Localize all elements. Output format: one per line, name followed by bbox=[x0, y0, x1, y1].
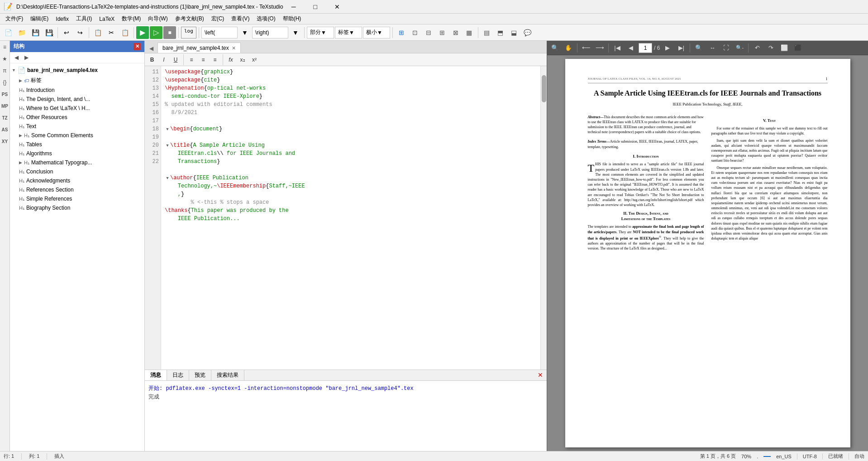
tree-root-item[interactable]: ▼ 📄 bare_jrnl_new_sample4.tex bbox=[10, 65, 144, 75]
label-dropdown[interactable]: 标签 ▼ bbox=[335, 27, 362, 38]
menu-help[interactable]: 帮助(H) bbox=[279, 14, 305, 24]
todo-icon[interactable]: π bbox=[0, 66, 10, 75]
pdf-next-page2[interactable]: ▶ bbox=[662, 42, 673, 54]
tree-item-design[interactable]: H₁ The Design, Intent, and \... bbox=[10, 95, 144, 104]
tab-close-button[interactable]: ✕ bbox=[232, 45, 236, 51]
pdf-fit-page[interactable]: ⛶ bbox=[720, 42, 732, 54]
tree-item-references[interactable]: H₁ References Section bbox=[10, 185, 144, 194]
menu-macro[interactable]: 宏(C) bbox=[208, 14, 228, 24]
right-cmd-input[interactable]: \right) bbox=[252, 27, 288, 38]
tree-item-biography[interactable]: H₁ Biography Section bbox=[10, 203, 144, 212]
tab-preview[interactable]: 预览 bbox=[189, 370, 211, 380]
table-icon2[interactable]: ⊡ bbox=[409, 26, 421, 39]
ps-icon[interactable]: PS bbox=[0, 90, 10, 99]
symbol-icon[interactable]: {} bbox=[0, 78, 10, 87]
table-icon1[interactable]: ⊞ bbox=[395, 26, 408, 39]
left-cmd-input[interactable]: \left( bbox=[201, 27, 238, 38]
section-dropdown[interactable]: 部分 ▼ bbox=[307, 27, 334, 38]
xy-icon[interactable]: XY bbox=[0, 137, 10, 146]
tz-icon[interactable]: TZ bbox=[0, 113, 10, 122]
pdf-fit-width[interactable]: ↔ bbox=[706, 42, 718, 54]
pdf-btn-extra1[interactable]: ⬜ bbox=[778, 42, 790, 54]
table-icon6[interactable]: ▦ bbox=[463, 26, 476, 39]
tab-search-results[interactable]: 搜索结果 bbox=[211, 370, 244, 380]
as-icon[interactable]: AS bbox=[0, 125, 10, 134]
tab-nav-left[interactable]: ◀ bbox=[147, 44, 156, 53]
compile-button[interactable]: ▷ bbox=[150, 26, 162, 39]
redo-button[interactable]: ↪ bbox=[74, 26, 86, 39]
comment-btn[interactable]: 💬 bbox=[521, 26, 534, 39]
bookmark-icon[interactable]: ★ bbox=[0, 54, 10, 63]
undo-button[interactable]: ↩ bbox=[60, 26, 73, 39]
tree-item-common[interactable]: ▶ H₁ Some Common Elements bbox=[10, 131, 144, 140]
tree-item-simple-refs[interactable]: H₁ Simple References bbox=[10, 194, 144, 203]
tree-item-algorithms[interactable]: H₁ Algorithms bbox=[10, 149, 144, 158]
pdf-content[interactable]: JOURNAL OF LATEX CLASS FILES, VOL. 14, N… bbox=[547, 55, 868, 451]
bold-button[interactable]: B bbox=[147, 55, 157, 65]
menu-bibliography[interactable]: 参考文献(B) bbox=[172, 14, 208, 24]
superscript-button[interactable]: x² bbox=[249, 55, 260, 65]
pdf-prev-page2[interactable]: ◀ bbox=[625, 42, 637, 54]
align-right-button[interactable]: ≡ bbox=[210, 55, 220, 65]
tree-item-text[interactable]: H₁ Text bbox=[10, 122, 144, 131]
tree-item-math[interactable]: ▶ H₁ Mathematical Typograp... bbox=[10, 158, 144, 167]
nav-back-button[interactable]: ◀ bbox=[12, 53, 21, 62]
format-btn1[interactable]: ▤ bbox=[481, 26, 493, 39]
maximize-button[interactable]: □ bbox=[305, 0, 326, 14]
italic-button[interactable]: I bbox=[158, 55, 169, 65]
tree-item-tables[interactable]: H₁ Tables bbox=[10, 140, 144, 149]
pdf-next-page[interactable]: ⟶ bbox=[594, 42, 606, 54]
close-button[interactable]: ✕ bbox=[327, 0, 348, 14]
formula-button[interactable]: fx bbox=[225, 55, 236, 65]
tab-messages[interactable]: 消息 bbox=[145, 370, 167, 380]
minimize-button[interactable]: ─ bbox=[283, 0, 304, 14]
paste-button[interactable]: 📋 bbox=[119, 26, 131, 39]
menu-options[interactable]: 选项(O) bbox=[253, 14, 279, 24]
menu-wizard[interactable]: 向导(W) bbox=[144, 14, 171, 24]
align-left-button[interactable]: ≡ bbox=[186, 55, 197, 65]
tree-item-other[interactable]: H₁ Other Resources bbox=[10, 113, 144, 122]
pdf-rotate-right[interactable]: ↷ bbox=[765, 42, 777, 54]
format-btn2[interactable]: ⬒ bbox=[494, 26, 507, 39]
pdf-hand-tool[interactable]: ✋ bbox=[563, 42, 574, 54]
format-btn3[interactable]: ⬓ bbox=[508, 26, 520, 39]
table-icon3[interactable]: ⊟ bbox=[422, 26, 435, 39]
editor-tab[interactable]: bare_jrnl_new_sample4.tex ✕ bbox=[157, 43, 241, 53]
table-icon4[interactable]: ⊞ bbox=[436, 26, 448, 39]
new-button[interactable]: 📄 bbox=[2, 26, 14, 39]
tree-item-where[interactable]: H₁ Where to Get \LaTeX \ H... bbox=[10, 104, 144, 113]
zoom-button[interactable]: . bbox=[757, 454, 758, 459]
tree-item-conclusion[interactable]: H₁ Conclusion bbox=[10, 167, 144, 176]
tree-item-introduction[interactable]: H₁ Introduction bbox=[10, 86, 144, 95]
pdf-last-page[interactable]: ▶| bbox=[675, 42, 687, 54]
size-dropdown[interactable]: 极小 ▼ bbox=[363, 27, 390, 38]
mp-icon[interactable]: MP bbox=[0, 101, 10, 110]
structure-icon[interactable]: ≡ bbox=[0, 43, 10, 52]
underline-button[interactable]: U bbox=[170, 55, 181, 65]
pdf-zoom-btn1[interactable]: 🔍 bbox=[549, 42, 561, 54]
panel-close-button[interactable]: ✕ bbox=[534, 370, 547, 380]
cut-button[interactable]: ✂ bbox=[105, 26, 118, 39]
menu-file[interactable]: 文件(F) bbox=[2, 14, 27, 24]
tree-item-acknowledgments[interactable]: H₁ Acknowledgments bbox=[10, 176, 144, 185]
menu-edit[interactable]: 编辑(E) bbox=[27, 14, 52, 24]
save-all-button[interactable]: 💾✕ bbox=[43, 26, 55, 39]
pdf-zoom-in[interactable]: 🔍 bbox=[693, 42, 705, 54]
menu-latex[interactable]: LaTeX bbox=[95, 15, 118, 23]
log-button[interactable]: log bbox=[181, 27, 196, 38]
open-button[interactable]: 📁 bbox=[15, 26, 28, 39]
scroll-thumb[interactable] bbox=[542, 75, 546, 102]
pdf-first-page[interactable]: |◀ bbox=[611, 42, 623, 54]
compile-run-button[interactable]: ▶ bbox=[136, 26, 149, 39]
tab-log[interactable]: 日志 bbox=[167, 370, 189, 380]
save-button[interactable]: 💾 bbox=[29, 26, 42, 39]
pdf-page-input[interactable] bbox=[639, 43, 652, 53]
align-center-button[interactable]: ≡ bbox=[198, 55, 209, 65]
stop-button[interactable]: ■ bbox=[163, 26, 176, 39]
menu-view[interactable]: 查看(V) bbox=[228, 14, 253, 24]
pdf-rotate-left[interactable]: ↶ bbox=[751, 42, 763, 54]
menu-idefix[interactable]: Idefix bbox=[52, 15, 72, 23]
menu-tools[interactable]: 工具(I) bbox=[72, 14, 95, 24]
code-editor[interactable]: \usepackage{graphicx} \usepackage{cite} … bbox=[161, 66, 540, 370]
subscript-button[interactable]: x₂ bbox=[237, 55, 248, 65]
